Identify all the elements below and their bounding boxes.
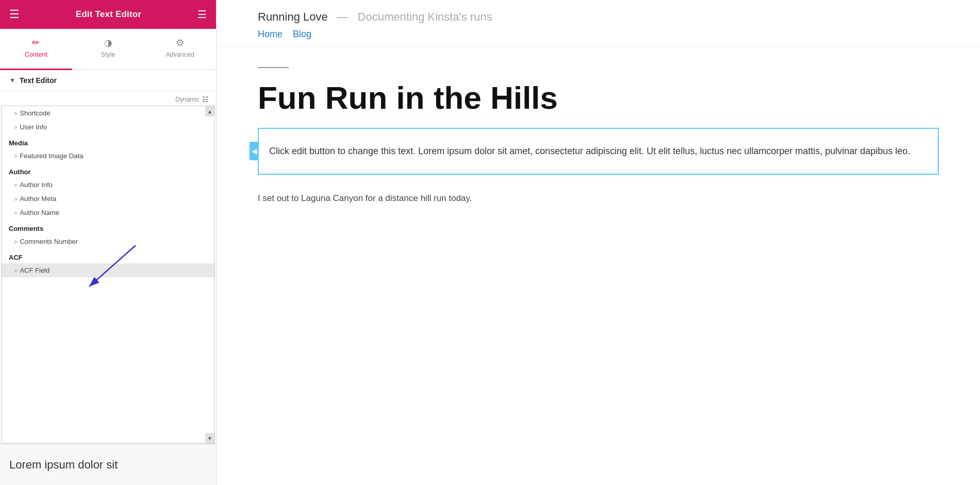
- list-item-comments-number[interactable]: > Comments Number: [2, 235, 214, 248]
- post-divider: [258, 67, 289, 68]
- list-item-featured-image-data[interactable]: > Featured Image Data: [2, 149, 214, 163]
- site-separator: —: [337, 10, 348, 24]
- list-item-author-info[interactable]: > Author Info: [2, 178, 214, 192]
- collapse-arrow-icon: ▼: [9, 77, 15, 84]
- content-tab-label: Content: [25, 51, 47, 58]
- group-label-comments: Comments: [2, 220, 214, 235]
- post-title: Fun Run in the Hills: [258, 80, 939, 115]
- site-header: Running Love — Documenting Kinsta's runs…: [217, 0, 980, 46]
- group-label-acf: ACF: [2, 248, 214, 263]
- chevron-icon: >: [14, 196, 17, 202]
- list-item-acf-field[interactable]: > ACF Field: [2, 263, 214, 277]
- nav-home[interactable]: Home: [258, 29, 283, 40]
- list-item-shortcode[interactable]: > Shortcode: [2, 106, 214, 120]
- item-label: Featured Image Data: [20, 152, 83, 160]
- grid-icon[interactable]: ☰: [197, 8, 207, 21]
- style-tab-label: Style: [101, 51, 115, 58]
- item-label: User Info: [20, 123, 47, 131]
- text-editor-section-header: ▼ Text Editor: [0, 70, 216, 91]
- hamburger-menu-icon[interactable]: ☰: [9, 8, 20, 21]
- nav-blog[interactable]: Blog: [293, 29, 311, 40]
- item-label: Author Info: [20, 181, 53, 189]
- right-area: Running Love — Documenting Kinsta's runs…: [217, 0, 980, 485]
- group-label-media: Media: [2, 134, 214, 149]
- dropdown-list[interactable]: ▲ > Shortcode > User Info Media > Featur…: [1, 106, 215, 444]
- dynamic-label: Dynamic: [175, 96, 200, 103]
- post-excerpt: I set out to Laguna Canyon for a distanc…: [258, 191, 939, 206]
- preview-text: Lorem ipsum dolor sit: [0, 444, 216, 485]
- content-tab-icon: ✏: [32, 37, 40, 48]
- list-item-author-meta[interactable]: > Author Meta: [2, 192, 214, 206]
- chevron-icon: >: [14, 210, 17, 216]
- section-title: Text Editor: [20, 76, 57, 85]
- dynamic-icon[interactable]: ☷: [202, 95, 209, 104]
- item-label: Shortcode: [20, 109, 50, 117]
- style-tab-icon: ◑: [104, 37, 112, 48]
- site-title-row: Running Love — Documenting Kinsta's runs: [258, 10, 939, 24]
- text-editor-box[interactable]: ◀ Click edit button to change this text.…: [258, 128, 939, 175]
- item-label: ACF Field: [20, 266, 49, 274]
- scroll-down-button[interactable]: ▼: [205, 433, 214, 443]
- tab-advanced[interactable]: ⚙ Advanced: [144, 30, 216, 70]
- item-label: Author Name: [20, 209, 59, 216]
- editor-title: Edit Text Editor: [76, 9, 142, 20]
- chevron-icon: >: [14, 239, 17, 245]
- tab-content[interactable]: ✏ Content: [0, 30, 72, 70]
- content-area: Fun Run in the Hills ◀ Click edit button…: [217, 46, 980, 227]
- advanced-tab-label: Advanced: [165, 51, 194, 58]
- item-label: Comments Number: [20, 238, 78, 245]
- chevron-icon: >: [14, 153, 17, 159]
- tabs-row: ✏ Content ◑ Style ⚙ Advanced: [0, 29, 216, 70]
- list-item-author-name[interactable]: > Author Name: [2, 206, 214, 220]
- left-handle-button[interactable]: ◀: [250, 142, 259, 160]
- scroll-up-button[interactable]: ▲: [205, 106, 214, 116]
- left-panel: ☰ Edit Text Editor ☰ ✏ Content ◑ Style ⚙…: [0, 0, 217, 485]
- tab-style[interactable]: ◑ Style: [72, 30, 144, 70]
- site-nav: Home Blog: [258, 29, 939, 40]
- chevron-icon: >: [14, 182, 17, 188]
- advanced-tab-icon: ⚙: [176, 37, 184, 48]
- list-item-user-info[interactable]: > User Info: [2, 120, 214, 134]
- text-editor-content: Click edit button to change this text. L…: [269, 143, 927, 159]
- top-bar: ☰ Edit Text Editor ☰: [0, 0, 216, 29]
- chevron-icon: >: [14, 110, 17, 116]
- chevron-icon: >: [14, 124, 17, 130]
- group-label-author: Author: [2, 163, 214, 178]
- chevron-icon: >: [14, 267, 17, 274]
- site-tagline: Documenting Kinsta's runs: [358, 10, 492, 24]
- item-label: Author Meta: [20, 195, 56, 203]
- site-title: Running Love: [258, 10, 328, 24]
- dynamic-row: Dynamic ☷: [0, 91, 216, 106]
